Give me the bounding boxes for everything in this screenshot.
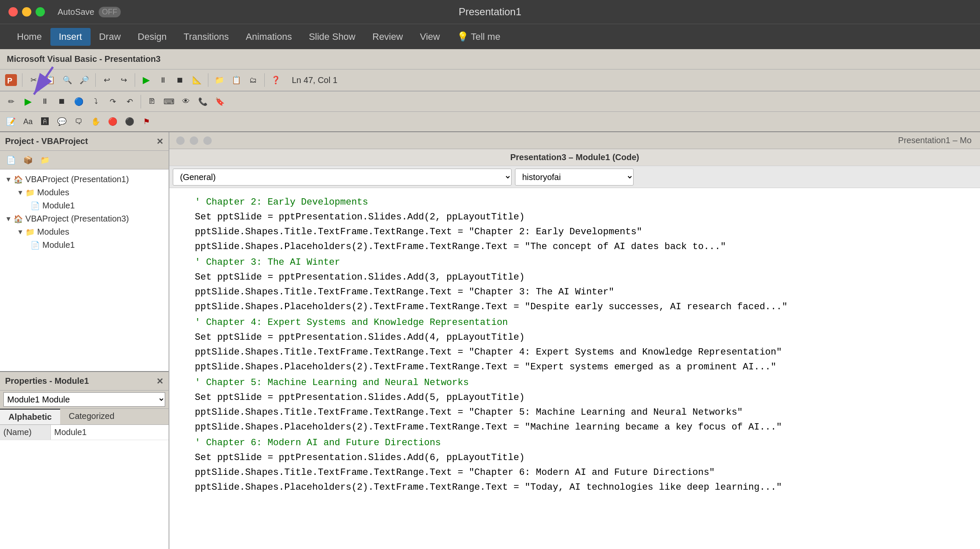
close-button[interactable] [8,7,18,17]
vba-toolbar-3: 📝 Aa 🅰 💬 🗨 ✋ 🔴 ⚫ ⚑ [0,112,980,132]
code-line: ' Chapter 6: Modern AI and Future Direct… [195,435,972,450]
autosave-area: AutoSave OFF [58,7,121,17]
run-btn[interactable]: ▶ [138,72,154,88]
code-max-btn[interactable] [203,136,212,145]
code-line: Set pptSlide = pptPresentation.Slides.Ad… [195,450,972,465]
tree-item-vbaproject1[interactable]: ▼ 🏠 VBAProject (Presentation1) [0,173,169,186]
tree-item-modules1[interactable]: ▼ 📁 Modules [0,186,169,199]
ln-col-display: Ln 47, Col 1 [292,75,338,85]
props-object-dropdown[interactable]: Module1 Module [3,392,165,407]
tab-view[interactable]: View [411,28,448,46]
toggle-bp2[interactable]: 🔴 [105,114,120,129]
immediate-btn[interactable]: ⌨ [161,94,177,109]
locals-btn[interactable]: 🖹 [144,94,160,109]
vbaproject-icon: 🏠 [14,175,23,184]
tree-item-module1-p1[interactable]: 📄 Module1 [0,199,169,212]
tab-draw[interactable]: Draw [91,28,129,46]
autosave-toggle[interactable]: OFF [99,7,121,17]
tab-animations[interactable]: Animations [237,28,300,46]
undo-btn[interactable]: ↩ [99,72,114,88]
project-panel-title-label: Project - VBAProject [5,136,88,146]
stop-btn[interactable]: ⏹ [172,72,188,88]
clear-bp-btn[interactable]: ⚫ [122,114,137,129]
uncomment-btn[interactable]: 🗨 [71,114,86,129]
code-line: pptSlide.Shapes.Title.TextFrame.TextRang… [195,405,972,420]
pause-btn[interactable]: ⏸ [155,72,171,88]
props-value-cell: Module1 [51,425,169,440]
obj-browser-btn[interactable]: 🗂 [246,72,261,88]
bookmark-btn[interactable]: 🔖 [212,94,227,109]
toggle-folders-icon[interactable]: 📁 [37,152,53,168]
pause-btn2[interactable]: ⏸ [37,94,53,109]
tab-tell-me[interactable]: 💡 Tell me [448,28,509,46]
props-dropdown-row: Module1 Module [0,391,169,409]
flag-btn[interactable]: ⚑ [139,114,154,129]
tree-item-vbaproject3[interactable]: ▼ 🏠 VBAProject (Presentation3) [0,212,169,225]
code-line: Set pptSlide = pptPresentation.Slides.Ad… [195,210,972,225]
code-min-btn[interactable] [190,136,198,145]
project-panel: Project - VBAProject ✕ 📄 📦 📁 ▼ 🏠 VBAProj… [0,132,169,371]
find-btn[interactable]: 🔍 [60,72,75,88]
redo-btn[interactable]: ↪ [116,72,131,88]
window-title: Presentation1 [459,6,521,18]
step-into-btn[interactable]: ⤵ [88,94,103,109]
comment-block-btn[interactable]: 💬 [54,114,69,129]
tree-item-module1-p3[interactable]: 📄 Module1 [0,238,169,252]
properties-btn[interactable]: 📋 [229,72,244,88]
tab-home[interactable]: Home [8,28,50,46]
ppt1-tab-area: Presentation1 – Mo [219,136,980,145]
copy-btn[interactable]: 📋 [43,72,58,88]
design-mode-btn[interactable]: 📐 [189,72,205,88]
vbaproject1-label: VBAProject (Presentation1) [25,175,129,184]
toolbar-sep-6 [141,95,141,108]
help-btn[interactable]: ❓ [268,72,283,88]
design-mode-btn2[interactable]: ✏ [3,94,19,109]
code-line: pptSlide.Shapes.Placeholders(2).TextFram… [195,480,972,495]
code-line: pptSlide.Shapes.Placeholders(2).TextFram… [195,420,972,435]
maximize-button[interactable] [36,7,45,17]
tab-transitions[interactable]: Transitions [175,28,238,46]
code-line: pptSlide.Shapes.Placeholders(2).TextFram… [195,360,972,374]
run-btn2[interactable]: ▶ [20,94,36,109]
callstack-btn[interactable]: 📞 [195,94,210,109]
cut-btn[interactable]: ✂ [26,72,41,88]
dedent-btn[interactable]: 🅰 [37,114,53,129]
code-window-title-label: Presentation3 – Module1 (Code) [510,152,639,162]
general-dropdown[interactable]: (General) [173,169,512,186]
props-tabs: Alphabetic Categorized [0,409,169,425]
indent-btn[interactable]: Aa [20,114,36,129]
step-over-btn[interactable]: ↷ [105,94,120,109]
tab-slideshow[interactable]: Slide Show [300,28,364,46]
watch-btn[interactable]: 👁 [178,94,194,109]
tab-review[interactable]: Review [364,28,411,46]
properties-panel-close[interactable]: ✕ [156,376,163,386]
code-line: pptSlide.Shapes.Title.TextFrame.TextRang… [195,225,972,239]
project-panel-close[interactable]: ✕ [156,136,163,147]
pan-btn[interactable]: ✋ [88,114,103,129]
tab-design[interactable]: Design [129,28,175,46]
ribbon-menu: Home Insert Draw Design Transitions Anim… [0,24,980,49]
left-panel: Project - VBAProject ✕ 📄 📦 📁 ▼ 🏠 VBAProj… [0,132,169,549]
view-code-icon[interactable]: 📄 [3,152,19,168]
props-tab-alphabetic[interactable]: Alphabetic [0,409,60,424]
toggle-bp-btn[interactable]: 🔵 [71,94,86,109]
ppt-icon-btn[interactable]: P [3,72,19,88]
vbaproject3-icon: 🏠 [14,214,23,224]
view-object-icon[interactable]: 📦 [20,152,36,168]
tab-insert[interactable]: Insert [50,28,91,46]
module-icon3: 📄 [30,241,40,250]
project-explorer-btn[interactable]: 📁 [212,72,227,88]
find-next-btn[interactable]: 🔎 [77,72,92,88]
minimize-button[interactable] [22,7,31,17]
code-toolbar: (General) historyofai [169,166,980,188]
history-dropdown[interactable]: historyofai [515,169,634,186]
view-code-btn[interactable]: 📝 [3,114,19,129]
step-out-btn[interactable]: ↶ [122,94,137,109]
props-tab-categorized[interactable]: Categorized [60,409,123,424]
tree-item-modules3[interactable]: ▼ 📁 Modules [0,225,169,238]
stop-btn2[interactable]: ⏹ [54,94,69,109]
toolbar-separator-4 [208,73,208,87]
code-close-btn[interactable] [176,136,185,145]
code-editor[interactable]: ' Chapter 2: Early DevelopmentsSet pptSl… [169,188,980,549]
code-line: ' Chapter 4: Expert Systems and Knowledg… [195,315,972,330]
